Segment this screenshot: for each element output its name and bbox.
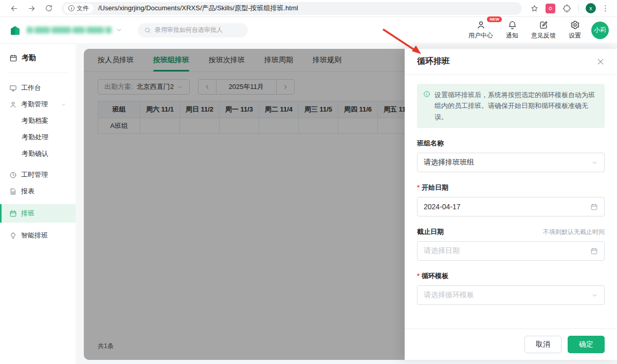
required-asterisk: * — [417, 272, 420, 280]
field-group-name: 班组名称 请选择排班班组 — [417, 139, 605, 172]
sidebar-item-label: 考勤管理 — [21, 100, 48, 109]
sidebar-item-workbench[interactable]: 工作台 — [0, 80, 76, 96]
calendar-icon — [590, 203, 598, 211]
drawer-footer: 取消 确定 — [405, 329, 617, 360]
chevron-down-icon — [61, 102, 66, 107]
report-icon — [9, 188, 17, 195]
gear-icon — [570, 20, 580, 30]
field-label: 班组名称 — [417, 139, 605, 148]
date-value: 2024-04-17 — [424, 203, 461, 211]
drawer-body: 设置循环排班后，系统将按照选定的循环模板自动为班组内的员工排班。请确保开始日期和… — [405, 75, 617, 329]
cancel-button[interactable]: 取消 — [524, 336, 561, 353]
notifications-label: 通知 — [506, 31, 518, 40]
bookmark-star-icon[interactable] — [530, 4, 539, 13]
global-search-input[interactable]: 录用审批如何自选审批人 — [138, 23, 248, 38]
calendar-icon — [9, 54, 17, 62]
company-logo-icon[interactable] — [8, 23, 22, 37]
monitor-icon — [9, 84, 17, 92]
toolbar-divider — [578, 4, 579, 12]
user-avatar[interactable]: 小莉 — [591, 22, 609, 39]
sidebar: 考勤 工作台 考勤管理 考勤档案 考勤处理 考勤确认 工时管理 报表 排班 智能… — [0, 44, 76, 364]
url-text[interactable]: /Users/xingrjing/Documents/XRXS/产品/Skill… — [98, 4, 298, 13]
pinned-extension-icon[interactable] — [546, 4, 555, 13]
date-placeholder: 请选择日期 — [424, 246, 460, 256]
browser-forward-icon[interactable] — [25, 2, 38, 14]
sidebar-item-label: 排班 — [21, 209, 34, 218]
info-alert: 设置循环排班后，系统将按照选定的循环模板自动为班组内的员工排班。请确保开始日期和… — [417, 84, 605, 128]
sidebar-item-attendance-confirm[interactable]: 考勤确认 — [0, 145, 76, 162]
app-header: 录用审批如何自选审批人 NEW 用户中心 通知 意见反馈 设置 小莉 — [0, 17, 617, 44]
required-asterisk: * — [417, 184, 420, 191]
chevron-down-icon — [591, 159, 598, 166]
extensions-puzzle-icon[interactable] — [562, 4, 571, 13]
select-placeholder: 请选择循环模板 — [424, 290, 474, 300]
sidebar-section-title: 考勤 — [22, 53, 36, 63]
org-switch-chevron-icon[interactable] — [116, 27, 122, 33]
org-name-redacted[interactable] — [27, 27, 112, 33]
info-alert-text: 设置循环排班后，系统将按照选定的循环模板自动为班组内的员工排班。请确保开始日期和… — [434, 89, 598, 122]
new-badge: NEW — [487, 16, 502, 22]
sidebar-item-reports[interactable]: 报表 — [0, 183, 76, 199]
field-end-date: 截止日期 不填则默认无截止时间 请选择日期 — [417, 227, 605, 261]
field-hint: 不填则默认无截止时间 — [543, 228, 605, 236]
search-icon — [144, 27, 151, 34]
sidebar-item-label: 考勤档案 — [22, 116, 48, 125]
select-value: 请选择排班班组 — [424, 158, 474, 167]
settings-button[interactable]: 设置 — [569, 20, 581, 40]
info-circle-icon — [423, 90, 430, 122]
drawer-header: 循环排班 — [405, 49, 617, 75]
feedback-button[interactable]: 意见反馈 — [531, 20, 556, 40]
file-scheme-chip[interactable]: i 文件 — [64, 4, 94, 13]
bulb-icon — [9, 232, 17, 240]
sidebar-item-attendance-files[interactable]: 考勤档案 — [0, 113, 76, 129]
header-actions: NEW 用户中心 通知 意见反馈 设置 — [468, 20, 581, 40]
notifications-button[interactable]: 通知 — [506, 20, 518, 40]
cycle-schedule-drawer: 循环排班 设置循环排班后，系统将按照选定的循环模板自动为班组内的员工排班。请确保… — [405, 49, 617, 360]
sidebar-item-label: 智能排班 — [21, 231, 48, 240]
address-bar[interactable]: i 文件 /Users/xingrjing/Documents/XRXS/产品/… — [62, 2, 522, 15]
settings-label: 设置 — [569, 31, 581, 40]
sidebar-item-label: 考勤确认 — [22, 149, 48, 158]
bell-icon — [507, 20, 517, 30]
sidebar-item-scheduling[interactable]: 排班 — [0, 204, 76, 223]
field-label: * 循环模板 — [417, 271, 605, 281]
browser-profile-avatar[interactable]: x — [586, 3, 596, 13]
user-center-label: 用户中心 — [468, 31, 493, 40]
sidebar-item-attendance-processing[interactable]: 考勤处理 — [0, 129, 76, 145]
field-label: * 开始日期 — [417, 183, 605, 192]
field-label-text: 班组名称 — [417, 139, 444, 148]
sidebar-item-smart-scheduling[interactable]: 智能排班 — [0, 227, 76, 244]
sidebar-item-worktime[interactable]: 工时管理 — [0, 167, 76, 183]
sidebar-divider — [7, 72, 68, 73]
drawer-title: 循环排班 — [417, 56, 450, 67]
user-center-button[interactable]: NEW 用户中心 — [468, 20, 493, 40]
confirm-button[interactable]: 确定 — [568, 336, 605, 353]
search-placeholder: 录用审批如何自选审批人 — [155, 26, 223, 34]
field-cycle-template: * 循环模板 请选择循环模板 — [417, 271, 605, 305]
sidebar-section-attendance[interactable]: 考勤 — [0, 49, 76, 67]
close-icon[interactable] — [596, 58, 605, 66]
feedback-label: 意见反馈 — [531, 31, 556, 40]
field-label-text: 截止日期 — [417, 227, 444, 236]
feedback-edit-icon — [539, 20, 549, 30]
file-chip-label: 文件 — [77, 4, 89, 13]
clock-icon — [9, 171, 17, 179]
sidebar-item-label: 工时管理 — [21, 170, 48, 179]
group-select[interactable]: 请选择排班班组 — [417, 153, 605, 172]
user-icon — [9, 101, 17, 108]
field-label-text: 循环模板 — [422, 271, 448, 281]
field-label: 截止日期 不填则默认无截止时间 — [417, 227, 605, 236]
field-label-text: 开始日期 — [422, 183, 448, 192]
browser-toolbar: i 文件 /Users/xingrjing/Documents/XRXS/产品/… — [0, 0, 617, 17]
end-date-input[interactable]: 请选择日期 — [417, 241, 605, 261]
page-info-icon: i — [68, 5, 75, 11]
browser-reload-icon[interactable] — [43, 2, 55, 14]
browser-back-icon[interactable] — [8, 2, 20, 14]
start-date-input[interactable]: 2024-04-17 — [417, 197, 605, 216]
sidebar-item-label: 报表 — [21, 187, 34, 196]
calendar-icon — [9, 210, 17, 217]
cycle-template-select[interactable]: 请选择循环模板 — [417, 285, 605, 305]
sidebar-item-attendance-mgmt[interactable]: 考勤管理 — [0, 96, 76, 113]
chevron-down-icon — [591, 292, 598, 299]
browser-menu-icon[interactable]: ⋮ — [602, 4, 609, 13]
